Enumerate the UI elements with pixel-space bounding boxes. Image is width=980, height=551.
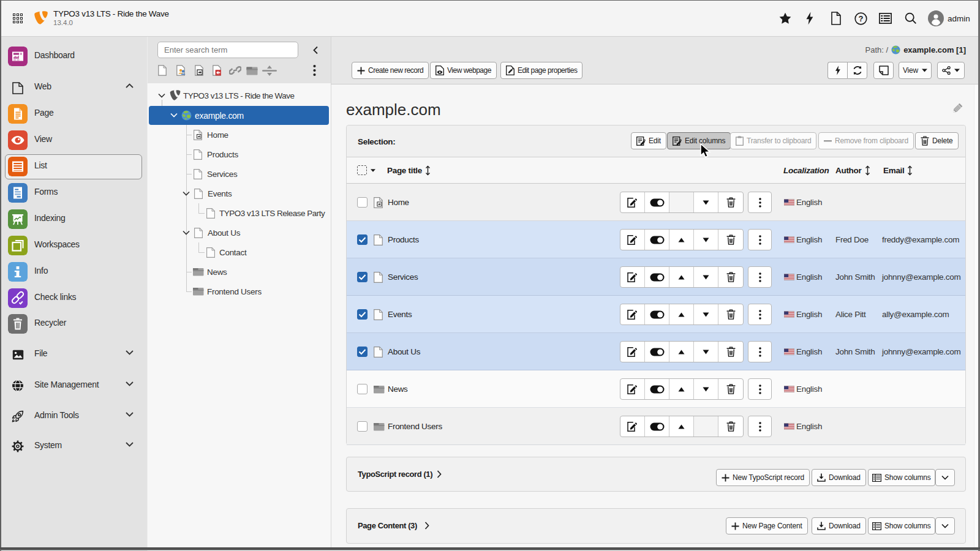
svg-text:?: ? <box>859 14 864 23</box>
